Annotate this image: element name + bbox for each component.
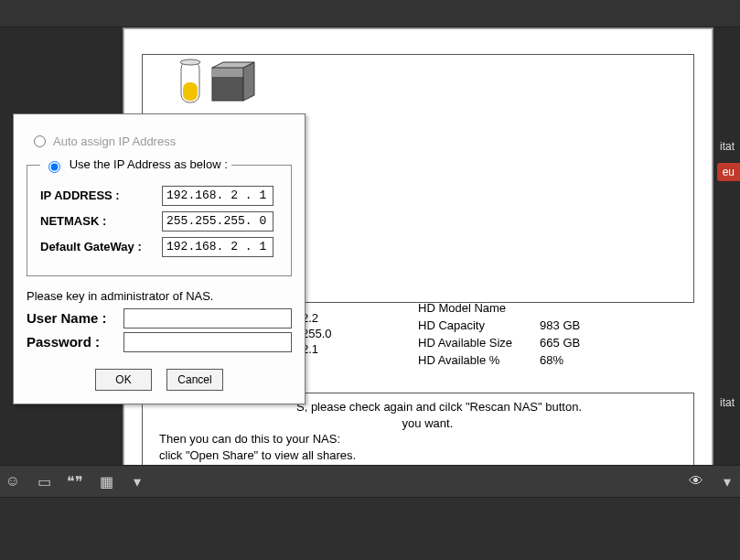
- username-label: User Name :: [27, 310, 118, 326]
- svg-rect-4: [212, 68, 243, 77]
- netmask-input[interactable]: [162, 211, 273, 232]
- side-chip-1: itat: [714, 137, 740, 156]
- image-icon[interactable]: ▭: [35, 472, 53, 490]
- help-line4: click "Open Share" to view all shares.: [159, 447, 677, 464]
- cancel-button[interactable]: Cancel: [166, 369, 223, 391]
- nas-info-grid: HD Model Name HD Capacity 983 GB HD Avai…: [418, 301, 580, 367]
- hd-capacity-value: 983 GB: [540, 318, 580, 332]
- help-line2: you want.: [402, 416, 454, 430]
- smile-icon[interactable]: ☺: [4, 472, 22, 490]
- quote-icon[interactable]: ❝❞: [66, 472, 84, 490]
- app-top-bar: [0, 0, 740, 27]
- username-input[interactable]: [123, 308, 292, 328]
- bottom-blank-area: [0, 498, 740, 560]
- grid-icon[interactable]: ▦: [97, 472, 115, 490]
- ip-config-dialog: Auto assign IP Address Use the IP Addres…: [13, 113, 306, 404]
- auto-assign-row[interactable]: Auto assign IP Address: [34, 135, 292, 148]
- gateway-input[interactable]: [162, 237, 273, 257]
- help-line3: Then you can do this to your NAS:: [159, 431, 677, 447]
- netmask-label: NETMASK :: [40, 214, 155, 228]
- gateway-label: Default GateWay :: [40, 240, 155, 253]
- ip-address-label: IP ADDRESS :: [40, 188, 155, 202]
- svg-point-2: [180, 59, 200, 65]
- manual-ip-fieldset: Use the IP Address as below : IP ADDRESS…: [27, 157, 292, 276]
- side-chip-new: eu: [717, 163, 740, 181]
- use-ip-radio[interactable]: [48, 161, 60, 173]
- peek-val-2: 255.0: [302, 327, 332, 340]
- ip-address-input[interactable]: [162, 186, 273, 206]
- editor-bottom-toolbar: ☺ ▭ ❝❞ ▦ ▾ 👁 ▾: [0, 465, 740, 498]
- password-input[interactable]: [123, 332, 292, 352]
- svg-rect-1: [183, 82, 198, 101]
- eye-icon[interactable]: 👁: [687, 472, 705, 490]
- hd-model-value: [540, 301, 580, 315]
- chevron-down-icon[interactable]: ▾: [128, 472, 146, 490]
- side-chip-2: itat: [714, 393, 740, 412]
- auto-assign-radio[interactable]: [34, 135, 46, 147]
- password-label: Password :: [27, 334, 118, 350]
- admin-hint-text: Please key in administrator of NAS.: [27, 289, 292, 303]
- nas-illustration: [172, 59, 273, 113]
- use-ip-label: Use the IP Address as below :: [70, 157, 228, 171]
- chevron-down-icon-2[interactable]: ▾: [718, 472, 736, 490]
- hd-available-value: 665 GB: [540, 336, 580, 350]
- hd-model-label: HD Model Name: [418, 301, 512, 315]
- auto-assign-label: Auto assign IP Address: [53, 135, 176, 148]
- hd-available-label: HD Available Size: [418, 336, 512, 350]
- hd-pct-value: 68%: [540, 353, 580, 367]
- hd-capacity-label: HD Capacity: [418, 318, 512, 332]
- hd-pct-label: HD Available %: [418, 353, 512, 367]
- ok-button[interactable]: OK: [95, 369, 152, 391]
- help-line1: S, please check again and cilck "Rescan …: [296, 400, 582, 414]
